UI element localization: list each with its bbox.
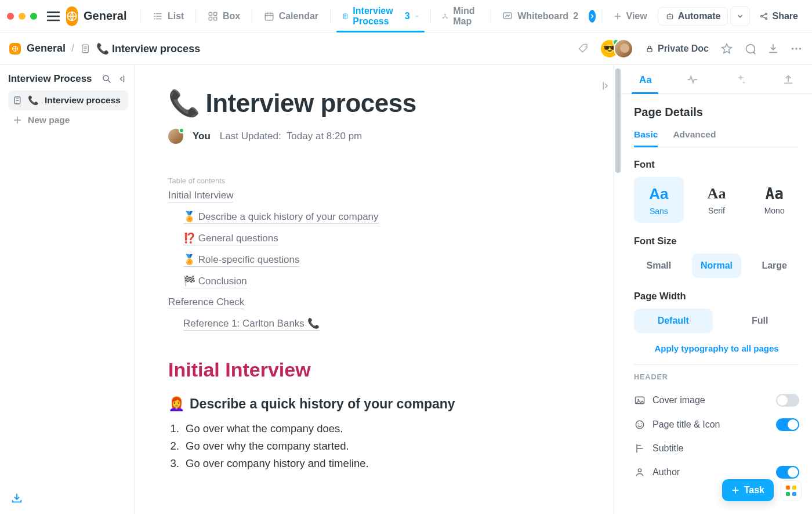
person-icon [634, 466, 646, 478]
subtab-basic[interactable]: Basic [634, 129, 658, 147]
add-view-label: View [626, 11, 647, 21]
author-avatar[interactable] [168, 129, 183, 144]
toc-link-refcheck[interactable]: Reference Check [168, 296, 244, 309]
nav-scroll-right-button[interactable] [589, 10, 596, 23]
font-option-sans[interactable]: AaSans [634, 177, 684, 223]
panel-tab-export[interactable] [764, 65, 812, 93]
cover-toggle[interactable] [776, 394, 799, 407]
svg-point-13 [670, 16, 671, 17]
apps-launcher-button[interactable] [781, 480, 802, 501]
view-doc-interview[interactable]: Interview Process 3 [336, 5, 425, 28]
subtab-advanced[interactable]: Advanced [673, 129, 716, 147]
privacy-button[interactable]: Private Doc [639, 37, 715, 60]
window-controls [7, 13, 37, 20]
toc-link-initial[interactable]: Initial Interview [168, 190, 233, 202]
list-item[interactable]: Go over why the company started. [182, 437, 600, 455]
apps-icon [786, 486, 796, 496]
space-icon[interactable] [66, 6, 78, 26]
author-toggle[interactable] [776, 466, 799, 479]
toc-link-ref1[interactable]: Reference 1: Carlton Banks 📞 [183, 317, 320, 331]
space-name[interactable]: General [84, 9, 126, 23]
panel-tab-typography[interactable]: Aa [621, 65, 669, 93]
minimize-window-icon[interactable] [19, 13, 26, 20]
svg-rect-20 [647, 48, 652, 52]
table-of-contents: Table of contents Initial Interview 🏅 De… [168, 176, 600, 331]
space-mini-icon[interactable] [9, 43, 21, 55]
font-option-mono[interactable]: AaMono [749, 177, 799, 223]
automate-button[interactable]: Automate [658, 7, 728, 26]
page-title[interactable]: 📞 Interview process [168, 88, 600, 118]
sidebar-collapse-button[interactable] [118, 74, 128, 84]
view-whiteboard[interactable]: Whiteboard 2 [496, 5, 584, 28]
heading-initial-interview[interactable]: Initial Interview [168, 359, 600, 381]
panel-tab-ai[interactable] [717, 65, 764, 93]
view-mindmap[interactable]: Mind Map [436, 5, 484, 28]
pagewidth-full[interactable]: Full [721, 309, 800, 333]
comments-button[interactable] [744, 42, 756, 55]
view-box[interactable]: Box [202, 5, 246, 28]
main-menu-button[interactable] [43, 6, 64, 27]
properties-panel: Aa Page Details Basic Advanced Font AaSa… [614, 65, 812, 514]
fontsize-large[interactable]: Large [749, 254, 799, 278]
download-button[interactable] [767, 42, 780, 55]
apply-typography-link[interactable]: Apply typography to all pages [654, 343, 778, 353]
font-options: AaSans AaSerif AaMono [634, 177, 799, 223]
toc-link-role[interactable]: 🏅 Role-specific questions [183, 254, 300, 267]
panel-tab-activity[interactable] [669, 65, 716, 93]
sidebar-search-button[interactable] [102, 74, 112, 84]
add-view-button[interactable]: View [608, 5, 653, 28]
list-item[interactable]: Go over company history and timeline. [182, 455, 600, 472]
right-panel-collapse-button[interactable] [596, 78, 612, 94]
breadcrumb-page[interactable]: 📞 Interview process [96, 42, 200, 55]
font-mono-label: Mono [749, 206, 799, 215]
sidebar-item-interview-process[interactable]: 📞 Interview process [8, 91, 128, 110]
more-options-button[interactable] [790, 42, 803, 55]
close-window-icon[interactable] [7, 13, 14, 20]
new-task-button[interactable]: Task [722, 479, 774, 501]
fontsize-section-label: Font Size [634, 236, 799, 247]
svg-point-32 [638, 469, 641, 472]
presence-avatars[interactable]: 😎 [600, 39, 633, 59]
plus-icon [13, 115, 22, 125]
heading-company-history[interactable]: 👩‍🦰 Describe a quick history of your com… [168, 396, 600, 412]
view-list[interactable]: List [147, 5, 190, 28]
phone-icon: 📞 [168, 88, 200, 118]
view-doc-label: Interview Process [353, 6, 400, 27]
sidebar-new-page-button[interactable]: New page [8, 110, 128, 130]
scrollbar[interactable] [614, 65, 621, 514]
company-history-list[interactable]: Go over what the company does. Go over w… [168, 420, 600, 472]
font-section-label: Font [634, 159, 799, 170]
pagewidth-default[interactable]: Default [634, 309, 713, 333]
title-icon-toggle[interactable] [776, 418, 799, 431]
view-calendar[interactable]: Calendar [258, 5, 324, 28]
sidebar-import-button[interactable] [8, 488, 128, 508]
fontsize-normal[interactable]: Normal [692, 254, 742, 278]
svg-rect-5 [265, 13, 273, 20]
favorite-button[interactable] [720, 42, 733, 55]
toc-link-conclusion[interactable]: 🏁 Conclusion [183, 275, 247, 288]
automate-dropdown[interactable] [730, 6, 750, 26]
list-item[interactable]: Go over what the company does. [182, 420, 600, 437]
last-updated-value: Today at 8:20 pm [287, 131, 362, 142]
toc-link-history[interactable]: 🏅 Describe a quick history of your compa… [183, 211, 379, 224]
smile-icon [634, 419, 646, 430]
tag-button[interactable] [573, 38, 594, 59]
svg-rect-2 [213, 12, 216, 15]
document-area[interactable]: 📞 Interview process You Last Updated: To… [135, 65, 614, 514]
share-button[interactable]: Share [752, 8, 804, 25]
svg-point-21 [792, 48, 794, 50]
view-calendar-label: Calendar [279, 11, 318, 21]
grid-icon [208, 11, 218, 21]
hamburger-icon [47, 11, 60, 21]
collapse-right-icon [599, 80, 610, 92]
toc-link-general[interactable]: ⁉️ General questions [183, 232, 278, 245]
pagewidth-options: Default Full [634, 309, 799, 333]
fontsize-small[interactable]: Small [634, 254, 684, 278]
maximize-window-icon[interactable] [30, 13, 37, 20]
breadcrumb-root[interactable]: General [27, 42, 66, 55]
scrollbar-thumb[interactable] [615, 68, 621, 173]
plus-icon [731, 486, 740, 494]
star-icon [720, 42, 733, 55]
font-option-serif[interactable]: AaSerif [692, 177, 742, 223]
author-label: You [193, 131, 211, 142]
